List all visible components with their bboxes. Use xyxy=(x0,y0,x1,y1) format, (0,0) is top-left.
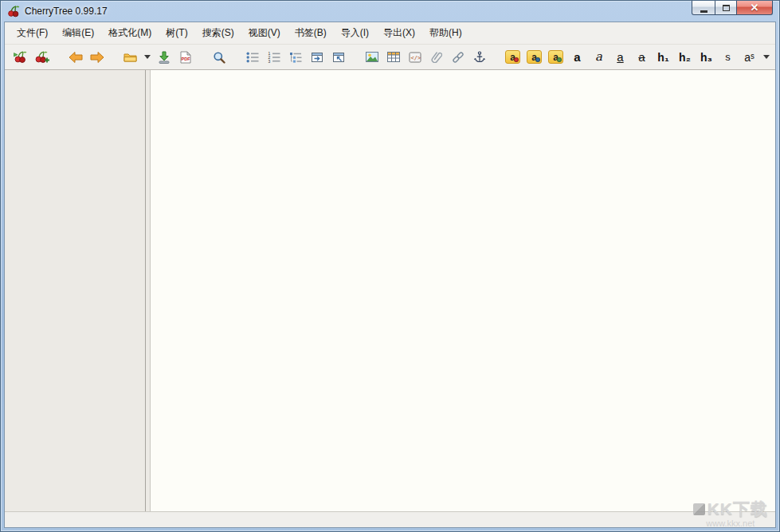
new-subnode-button[interactable] xyxy=(31,47,53,68)
bulleted-list-icon xyxy=(246,52,259,63)
go-back-icon xyxy=(68,51,84,64)
window-controls: ✕ xyxy=(692,1,773,15)
h3-icon: h₃ xyxy=(700,52,712,63)
window-title: CherryTree 0.99.17 xyxy=(25,6,108,17)
h1-button[interactable]: h₁ xyxy=(653,47,674,68)
insert-link-button[interactable] xyxy=(447,47,468,68)
save-icon xyxy=(158,51,171,64)
menu-edit[interactable]: 编辑(E) xyxy=(55,22,101,44)
statusbar xyxy=(5,511,775,527)
menu-file[interactable]: 文件(F) xyxy=(10,22,55,44)
node-tree-panel[interactable] xyxy=(5,70,145,511)
save-button[interactable] xyxy=(153,47,174,68)
toolbar-overflow-button[interactable] xyxy=(760,47,772,68)
h1-icon: h₁ xyxy=(657,52,668,63)
new-node-button[interactable] xyxy=(10,47,31,68)
find-button[interactable] xyxy=(208,47,229,68)
maximize-icon xyxy=(723,5,730,11)
insert-codebox-icon: </> xyxy=(409,52,421,63)
menubar: 文件(F) 编辑(E) 格式化(M) 树(T) 搜索(S) 视图(V) 书签(B… xyxy=(5,22,775,45)
toolbar-overflow-icon xyxy=(763,55,770,59)
bulleted-list-button[interactable] xyxy=(241,47,263,68)
go-forward-button[interactable] xyxy=(86,47,108,68)
bold-icon: a xyxy=(574,51,580,63)
menu-view[interactable]: 视图(V) xyxy=(241,22,288,44)
color-foreground-button[interactable]: a xyxy=(502,47,523,68)
maximize-button[interactable] xyxy=(715,1,737,15)
go-forward-icon xyxy=(89,51,105,64)
small-text-button[interactable]: s xyxy=(717,47,739,68)
cherrytree-window: CherryTree 0.99.17 ✕ 文件(F) 编辑(E) 格式化(M) … xyxy=(0,0,780,532)
superscript-icon: aˢ xyxy=(744,52,755,63)
numbered-list-icon: 1 2 3 xyxy=(268,52,280,63)
minimize-icon xyxy=(700,10,707,13)
new-subnode-icon xyxy=(35,51,49,64)
svg-text:3: 3 xyxy=(268,59,270,63)
close-icon: ✕ xyxy=(751,2,759,13)
strikethrough-icon: a xyxy=(638,51,645,63)
h3-button[interactable]: h₃ xyxy=(696,47,717,68)
main-content xyxy=(5,70,775,511)
insert-anchor-icon xyxy=(474,51,485,63)
insert-image-button[interactable] xyxy=(361,47,382,68)
h2-icon: h₂ xyxy=(679,52,691,63)
svg-text:</>: </> xyxy=(410,55,421,61)
collapse-window-button[interactable] xyxy=(327,47,349,68)
attach-file-button[interactable] xyxy=(425,47,447,68)
titlebar[interactable]: CherryTree 0.99.17 ✕ xyxy=(4,1,776,22)
italic-button[interactable]: a xyxy=(588,47,609,68)
insert-link-icon xyxy=(452,52,464,63)
insert-table-icon xyxy=(387,52,400,62)
expand-window-icon xyxy=(311,52,323,63)
menu-bookmarks[interactable]: 书签(B) xyxy=(288,22,334,44)
chevron-down-icon xyxy=(144,55,151,59)
h2-button[interactable]: h₂ xyxy=(674,47,696,68)
numbered-list-button[interactable]: 1 2 3 xyxy=(263,47,284,68)
export-pdf-icon: PDF xyxy=(180,51,191,64)
close-button[interactable]: ✕ xyxy=(736,1,773,15)
menu-format[interactable]: 格式化(M) xyxy=(101,22,159,44)
cherrytree-app-icon xyxy=(7,5,20,18)
menu-search[interactable]: 搜索(S) xyxy=(195,22,241,44)
menu-export[interactable]: 导出(X) xyxy=(376,22,422,44)
clear-format-button[interactable]: a xyxy=(545,47,566,68)
insert-image-icon xyxy=(366,52,378,62)
underline-button[interactable]: a xyxy=(609,47,631,68)
toolbar: PDF xyxy=(5,45,775,70)
client-area: 文件(F) 编辑(E) 格式化(M) 树(T) 搜索(S) 视图(V) 书签(B… xyxy=(4,22,776,528)
bold-button[interactable]: a xyxy=(566,47,588,68)
minimize-button[interactable] xyxy=(692,1,715,15)
open-file-dropdown-button[interactable] xyxy=(141,47,153,68)
open-file-icon xyxy=(123,52,138,63)
small-icon: s xyxy=(725,52,731,62)
attach-file-icon xyxy=(431,51,442,63)
export-pdf-button[interactable]: PDF xyxy=(174,47,196,68)
open-file-button[interactable] xyxy=(120,47,141,68)
toc-list-button[interactable] xyxy=(284,47,306,68)
color-background-icon: a xyxy=(527,50,542,64)
toc-list-icon xyxy=(289,52,302,63)
insert-codebox-button[interactable]: </> xyxy=(404,47,425,68)
menu-help[interactable]: 帮助(H) xyxy=(422,22,469,44)
superscript-button[interactable]: aˢ xyxy=(739,47,760,68)
collapse-window-icon xyxy=(332,52,345,63)
insert-anchor-button[interactable] xyxy=(468,47,490,68)
strikethrough-button[interactable]: a xyxy=(631,47,653,68)
color-foreground-icon: a xyxy=(505,50,520,64)
find-icon xyxy=(213,51,225,64)
underline-icon: a xyxy=(617,51,623,63)
menu-tree[interactable]: 树(T) xyxy=(159,22,194,44)
new-node-icon xyxy=(14,51,28,64)
clear-format-icon: a xyxy=(548,50,563,64)
svg-text:PDF: PDF xyxy=(181,57,190,61)
menu-import[interactable]: 导入(I) xyxy=(334,22,376,44)
expand-window-button[interactable] xyxy=(306,47,327,68)
text-editor-area[interactable] xyxy=(151,70,775,511)
color-background-button[interactable]: a xyxy=(523,47,545,68)
italic-icon: a xyxy=(595,51,602,63)
insert-table-button[interactable] xyxy=(382,47,404,68)
tree-editor-splitter[interactable] xyxy=(145,70,151,511)
go-back-button[interactable] xyxy=(65,47,86,68)
